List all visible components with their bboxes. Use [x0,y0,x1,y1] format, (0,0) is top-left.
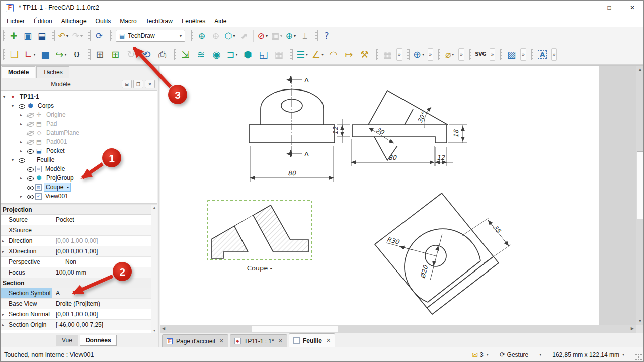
update-page-button[interactable]: ⟲ [139,46,154,62]
float-panel-icon[interactable]: ❐ [133,80,143,88]
complex-section-button[interactable]: ⬢ [240,46,256,62]
insert-page-template-button[interactable]: ⊞ [108,46,123,62]
stop-loading-button[interactable]: ⊘▾ [256,29,270,43]
expander-icon[interactable]: ▸ [2,239,4,243]
visibility-closed-eye-icon[interactable] [27,111,34,118]
menu-outils[interactable]: Outils [91,16,116,26]
toolbar-overflow-button[interactable]: » [551,48,557,61]
expander-icon[interactable]: ▸ [2,312,4,317]
project-shape-button[interactable]: ≋ [193,46,209,62]
repair-dimensions-button[interactable]: ⚒ [357,46,372,62]
dimension-angle-button[interactable]: ∠▾ [310,46,326,62]
annotation-button[interactable]: A [535,46,550,62]
tree-item-pad[interactable]: ▸⬒Pad [1,119,157,128]
bounding-box-button[interactable]: ▦▾ [270,29,284,43]
horizontal-scroll-thumb[interactable] [252,326,338,332]
coupe-label[interactable]: Coupe - [247,264,273,272]
visibility-open-eye-icon[interactable] [18,156,26,163]
refresh-button[interactable]: ⟳ [92,29,106,43]
toolbar-overflow-button[interactable]: » [458,48,464,61]
expander-icon[interactable]: ▸ [20,194,27,199]
visibility-open-eye-icon[interactable] [27,165,34,172]
zoom-tools-button[interactable]: ⊕▾ [284,29,298,43]
expander-icon[interactable]: ▸ [20,113,27,117]
property-row-source[interactable]: SourcePocket [1,215,157,225]
tab-start-page[interactable]: F Page d'accueil ✕ [162,334,228,347]
insert-image-button[interactable]: ▦ [271,46,287,62]
dim-side-30[interactable]: 30 [375,126,386,136]
property-value[interactable]: A [52,288,157,298]
scroll-down-icon[interactable]: ▼ [636,319,644,323]
visibility-closed-eye-icon[interactable] [27,129,34,136]
new-group-button[interactable]: ■ [38,46,53,62]
property-value[interactable]: [0,00 1,00 0,00] [52,236,157,246]
aux-view[interactable] [375,193,511,314]
property-value[interactable]: [0,00 0,00 1,00] [52,246,157,256]
property-value[interactable]: Droite (ProjItem) [52,299,157,309]
insert-page-default-button[interactable]: ⊞ [92,46,108,62]
section-view-button[interactable]: ⊐▾ [224,46,240,62]
front-view[interactable] [249,76,335,182]
visibility-open-eye-icon[interactable] [18,102,26,109]
dim-front-80[interactable]: 80 [288,169,296,177]
menu-aide[interactable]: Aide [210,16,231,26]
dim-aux-r30[interactable]: R30 [386,235,400,246]
view-tab-button[interactable]: Vue [56,335,78,346]
balloon-stack-button[interactable]: ☰▾ [294,46,310,62]
close-tab-icon[interactable]: ✕ [278,338,283,344]
dim-aux-35[interactable]: 35 [492,223,503,235]
undo-button[interactable]: ↶▾ [56,29,70,43]
notification-area[interactable]: ✉ 3 ▾ [472,351,488,359]
insert-view-button[interactable]: ⇲ [178,46,193,62]
side-view[interactable] [337,90,467,166]
scroll-up-icon[interactable]: ▲ [636,67,644,72]
visibility-closed-eye-icon[interactable] [27,138,34,145]
dimension-diameter-button[interactable]: ⌀▾ [442,46,457,62]
menu-fichier[interactable]: Fichier [2,16,29,26]
tree-item-tp11-1[interactable]: ▾◆TP11-1 [1,92,157,101]
tab-drawing-sheet[interactable]: Feuille ✕ [289,333,335,347]
visibility-open-eye-icon[interactable] [27,147,34,154]
menu-dition[interactable]: Édition [29,16,57,26]
scroll-up-icon[interactable]: ▲ [151,206,157,209]
menu-techdraw[interactable]: TechDraw [141,16,177,26]
fit-selection-button[interactable]: ⊕ [209,29,223,43]
hatch-face-button[interactable]: ▨ [504,46,519,62]
toolbar-overflow-button[interactable]: » [428,48,434,61]
property-scrollbar[interactable]: ▲ ▼ [151,205,157,333]
spreadsheet-view-button[interactable]: ▦ [380,46,395,62]
tree-item-feuille[interactable]: ▾Feuille [1,155,157,164]
property-value[interactable]: Pocket [52,215,157,225]
tree-item-view001[interactable]: ▸✓View001 [1,192,157,201]
tab-tasks[interactable]: Tâches [36,66,69,78]
property-value[interactable]: [0,00 1,00 0,00] [52,309,157,319]
dim-aux-d20[interactable]: Ø20 [419,264,429,279]
clip-group-button[interactable]: ◱ [256,46,271,62]
save-button[interactable]: ⬓ [35,29,49,43]
toolbar-overflow-button[interactable]: » [490,48,496,61]
expander-icon[interactable]: ▸ [20,122,27,126]
visibility-open-eye-icon[interactable] [27,193,34,200]
property-value[interactable]: 100,00 mm [52,267,157,278]
maximize-button[interactable]: □ [598,0,621,15]
tree-item-mod-le[interactable]: ▭Modèle [1,164,157,173]
expander-icon[interactable]: ▸ [2,323,4,327]
dimension-extent-button[interactable]: ↦ [341,46,357,62]
checkbox-unchecked[interactable] [56,259,62,265]
redraw-page-button[interactable]: ↻ [123,46,139,62]
dim-side-12b[interactable]: 12 [437,154,445,161]
whats-this-button[interactable]: ? [319,29,334,43]
property-row-focus[interactable]: Focus100,00 mm [1,267,157,278]
menu-affichage[interactable]: Affichage [57,16,91,26]
property-row-section-normal[interactable]: ▸Section Normal[0,00 1,00 0,00] [1,309,157,320]
navigation-style-selector[interactable]: ⟳ Gesture ▾ [500,351,542,358]
expression-editor-button[interactable]: {} [69,46,85,62]
close-panel-icon[interactable]: ✕ [145,80,155,88]
expander-icon[interactable]: ▸ [20,176,27,180]
expander-icon[interactable]: ▸ [20,140,27,144]
scroll-left-icon[interactable]: ◀ [162,326,165,331]
expander-icon[interactable]: ▾ [12,158,18,162]
dim-side-80[interactable]: 80 [388,154,397,161]
property-row-xdirection[interactable]: ▸XDirection[0,00 0,00 1,00] [1,246,157,257]
active-view-button[interactable]: ◉ [209,46,224,62]
